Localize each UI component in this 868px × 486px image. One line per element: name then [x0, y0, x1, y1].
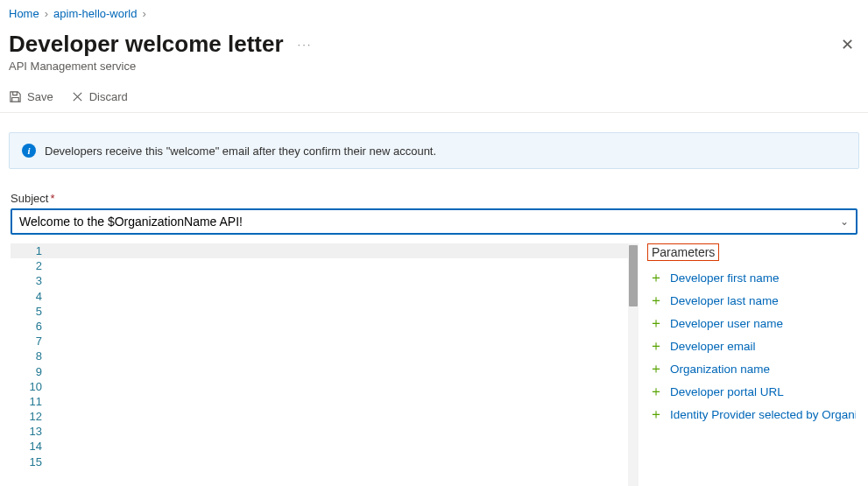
param-dev-first-name[interactable]: ＋Developer first name: [647, 266, 857, 289]
chevron-right-icon: ›: [45, 7, 48, 20]
save-icon: [9, 90, 22, 103]
code-editor[interactable]: 123456789101112131415 <!DOCTYPE html > <…: [11, 243, 639, 486]
chevron-right-icon: ›: [142, 7, 145, 20]
scrollbar-thumb[interactable]: [629, 245, 638, 306]
info-text: Developers receive this "welcome" email …: [45, 144, 436, 158]
close-icon[interactable]: ✕: [841, 37, 859, 53]
info-icon: i: [22, 144, 36, 158]
editor-gutter: 123456789101112131415: [11, 243, 49, 469]
param-org-name[interactable]: ＋Organization name: [647, 357, 857, 380]
plus-icon: ＋: [649, 271, 663, 285]
subject-label: Subject*: [5, 192, 863, 208]
breadcrumb-resource[interactable]: apim-hello-world: [53, 7, 137, 20]
param-dev-email[interactable]: ＋Developer email: [647, 335, 857, 357]
editor-content[interactable]: <!DOCTYPE html > <html> <head> <meta cha…: [56, 469, 639, 486]
breadcrumb-home[interactable]: Home: [9, 7, 39, 20]
param-dev-portal-url[interactable]: ＋Developer portal URL: [647, 380, 857, 403]
plus-icon: ＋: [649, 407, 663, 421]
discard-icon: [71, 90, 84, 103]
plus-icon: ＋: [649, 316, 663, 330]
page-title: Developer welcome letter: [9, 31, 284, 58]
plus-icon: ＋: [649, 339, 663, 353]
plus-icon: ＋: [649, 293, 663, 307]
plus-icon: ＋: [649, 362, 663, 376]
breadcrumb: Home › apim-hello-world ›: [0, 0, 868, 27]
editor-scrollbar[interactable]: [628, 243, 639, 486]
page-subtitle: API Management service: [0, 60, 868, 85]
subject-input[interactable]: [19, 215, 840, 229]
param-dev-last-name[interactable]: ＋Developer last name: [647, 289, 857, 312]
save-label: Save: [27, 90, 53, 103]
param-dev-user-name[interactable]: ＋Developer user name: [647, 312, 857, 335]
more-icon[interactable]: ···: [298, 38, 313, 51]
discard-button[interactable]: Discard: [71, 90, 128, 103]
discard-label: Discard: [89, 90, 128, 103]
parameters-sidebar: Parameters ＋Developer first name ＋Develo…: [639, 243, 857, 486]
info-banner: i Developers receive this "welcome" emai…: [9, 132, 859, 169]
plus-icon: ＋: [649, 384, 663, 398]
command-bar: Save Discard: [0, 85, 868, 113]
param-identity-provider[interactable]: ＋Identity Provider selected by Organizat…: [647, 403, 857, 426]
subject-input-wrapper[interactable]: ⌄: [11, 208, 857, 235]
chevron-down-icon[interactable]: ⌄: [840, 215, 849, 228]
parameters-heading: Parameters: [647, 243, 719, 261]
save-button[interactable]: Save: [9, 90, 53, 103]
